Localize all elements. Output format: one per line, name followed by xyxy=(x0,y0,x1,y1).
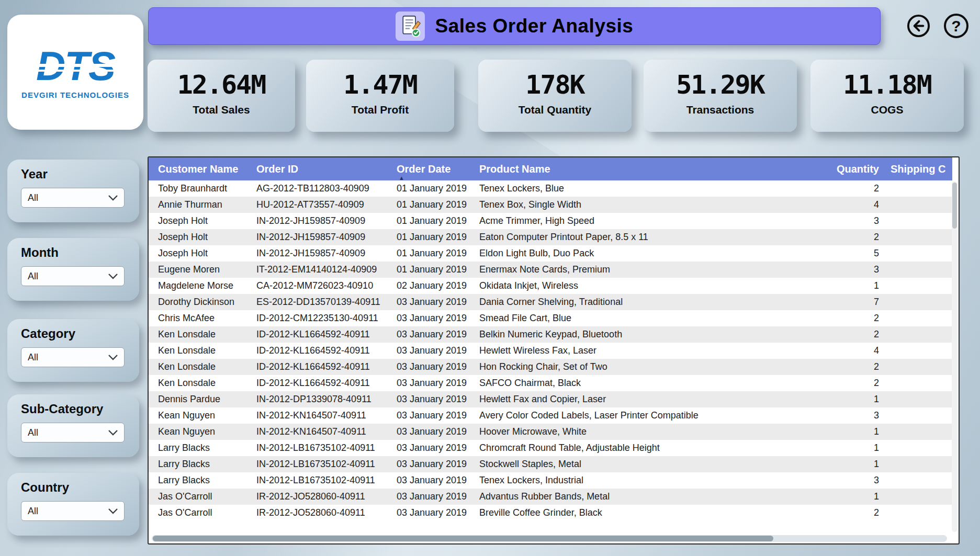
cell-order-date: 01 January 2019 xyxy=(388,262,471,278)
dropdown-value: All xyxy=(28,271,38,282)
back-button[interactable] xyxy=(906,14,931,38)
kpi-value: 178K xyxy=(525,70,584,99)
cell-order-date: 03 January 2019 xyxy=(388,326,471,343)
question-mark-icon: ? xyxy=(951,18,961,34)
table-row[interactable]: Ken LonsdaleID-2012-KL1664592-4091103 Ja… xyxy=(149,375,952,391)
table-row[interactable]: Eugene MorenIT-2012-EM14140124-4090901 J… xyxy=(149,262,952,278)
cell-customer-name: Annie Thurman xyxy=(149,197,248,213)
category-dropdown[interactable]: All xyxy=(21,347,125,367)
table-row[interactable]: Annie ThurmanHU-2012-AT73557-4090901 Jan… xyxy=(149,197,952,213)
cell-order-date: 01 January 2019 xyxy=(388,180,471,197)
kpi-card-total-profit: 1.47M Total Profit xyxy=(306,60,454,132)
country-dropdown[interactable]: All xyxy=(21,501,125,521)
cell-product-name: Tenex Lockers, Industrial xyxy=(471,472,814,489)
cell-customer-name: Kean Nguyen xyxy=(149,424,248,440)
cell-shipping-cost xyxy=(887,326,952,343)
cell-shipping-cost xyxy=(887,424,952,440)
filter-card-category: Category All xyxy=(7,319,139,382)
table-row[interactable]: Kean NguyenIN-2012-KN164507-4091103 Janu… xyxy=(149,407,952,424)
cell-order-id: IR-2012-JO528060-40911 xyxy=(248,505,388,521)
cell-product-name: Hon Rocking Chair, Set of Two xyxy=(471,359,814,375)
table-row[interactable]: Joseph HoltIN-2012-JH159857-4090901 Janu… xyxy=(149,245,952,262)
cell-order-date: 03 January 2019 xyxy=(388,375,471,391)
title-banner: Sales Order Analysis xyxy=(148,7,881,45)
cell-shipping-cost xyxy=(887,375,952,391)
cell-quantity: 1 xyxy=(814,440,887,456)
cell-order-id: IT-2012-EM14140124-40909 xyxy=(248,262,388,278)
chevron-down-icon xyxy=(108,355,118,360)
table-row[interactable]: Larry BlacksIN-2012-LB16735102-4091103 J… xyxy=(149,440,952,456)
table-row[interactable]: Joseph HoltIN-2012-JH159857-4090901 Janu… xyxy=(149,229,952,245)
cell-shipping-cost xyxy=(887,440,952,456)
cell-product-name: Hoover Microwave, White xyxy=(471,424,814,440)
table-row[interactable]: Ken LonsdaleID-2012-KL1664592-4091103 Ja… xyxy=(149,343,952,359)
cell-product-name: Avery Color Coded Labels, Laser Printer … xyxy=(471,407,814,424)
table-row[interactable]: Ken LonsdaleID-2012-KL1664592-4091103 Ja… xyxy=(149,326,952,343)
cell-order-date: 03 January 2019 xyxy=(388,505,471,521)
cell-order-date: 03 January 2019 xyxy=(388,456,471,472)
kpi-value: 11.18M xyxy=(843,70,931,99)
column-header-shipping-cost[interactable]: Shipping C xyxy=(887,157,952,180)
cell-order-id: IN-2012-LB16735102-40911 xyxy=(248,472,388,489)
vertical-scrollbar-thumb[interactable] xyxy=(952,183,957,229)
cell-product-name: Smead File Cart, Blue xyxy=(471,310,814,326)
filter-card-sub-category: Sub-Category All xyxy=(7,394,139,457)
table-row[interactable]: Larry BlacksIN-2012-LB16735102-4091103 J… xyxy=(149,456,952,472)
kpi-label: Transactions xyxy=(686,104,754,116)
page-title: Sales Order Analysis xyxy=(435,15,634,37)
filter-card-year: Year All xyxy=(7,160,139,222)
cell-customer-name: Larry Blacks xyxy=(149,472,248,489)
table-row[interactable]: Chris McAfeeID-2012-CM12235130-4091103 J… xyxy=(149,310,952,326)
column-label: Order Date xyxy=(397,163,450,175)
help-button[interactable]: ? xyxy=(944,14,968,38)
cell-quantity: 2 xyxy=(814,310,887,326)
cell-product-name: Tenex Box, Single Width xyxy=(471,197,814,213)
logo-stripe xyxy=(33,70,118,72)
table-row[interactable]: Ken LonsdaleID-2012-KL1664592-4091103 Ja… xyxy=(149,359,952,375)
cell-product-name: Eaton Computer Printout Paper, 8.5 x 11 xyxy=(471,229,814,245)
cell-order-date: 03 January 2019 xyxy=(388,472,471,489)
table-row[interactable]: Magdelene MorseCA-2012-MM726023-4091002 … xyxy=(149,278,952,294)
cell-customer-name: Joseph Holt xyxy=(149,245,248,262)
table-row[interactable]: Jas O'CarrollIR-2012-JO528060-4091103 Ja… xyxy=(149,489,952,505)
cell-quantity: 1 xyxy=(814,278,887,294)
cell-order-date: 01 January 2019 xyxy=(388,213,471,229)
table-row[interactable]: Larry BlacksIN-2012-LB16735102-4091103 J… xyxy=(149,472,952,489)
cell-product-name: Acme Trimmer, High Speed xyxy=(471,213,814,229)
company-logo: DTS xyxy=(36,46,115,86)
horizontal-scrollbar[interactable] xyxy=(152,535,947,542)
kpi-label: Total Quantity xyxy=(519,104,592,116)
sub-category-dropdown[interactable]: All xyxy=(21,423,125,442)
cell-customer-name: Larry Blacks xyxy=(149,456,248,472)
vertical-scrollbar[interactable] xyxy=(952,181,958,532)
cell-customer-name: Joseph Holt xyxy=(149,229,248,245)
cell-order-id: IN-2012-LB16735102-40911 xyxy=(248,456,388,472)
cell-order-id: ID-2012-KL1664592-40911 xyxy=(248,375,388,391)
cell-order-id: IN-2012-DP1339078-40911 xyxy=(248,391,388,407)
cell-shipping-cost xyxy=(887,278,952,294)
cell-order-id: IN-2012-KN164507-40911 xyxy=(248,407,388,424)
column-header-product-name[interactable]: Product Name xyxy=(471,157,814,180)
table-row[interactable]: Dorothy DickinsonES-2012-DD13570139-4091… xyxy=(149,294,952,310)
table-row[interactable]: Joseph HoltIN-2012-JH159857-4090901 Janu… xyxy=(149,213,952,229)
year-dropdown[interactable]: All xyxy=(21,188,125,208)
table-row[interactable]: Toby BraunhardtAG-2012-TB112803-4090901 … xyxy=(149,180,952,197)
cell-product-name: Breville Coffee Grinder, Black xyxy=(471,505,814,521)
cell-shipping-cost xyxy=(887,456,952,472)
cell-order-id: ES-2012-DD13570139-40911 xyxy=(248,294,388,310)
cell-order-date: 03 January 2019 xyxy=(388,407,471,424)
column-header-customer-name[interactable]: Customer Name xyxy=(149,157,248,180)
table-row[interactable]: Dennis PardueIN-2012-DP1339078-4091103 J… xyxy=(149,391,952,407)
table-row[interactable]: Kean NguyenIN-2012-KN164507-4091103 Janu… xyxy=(149,424,952,440)
cell-order-date: 01 January 2019 xyxy=(388,229,471,245)
column-header-order-date[interactable]: Order Date ▲ xyxy=(388,157,471,180)
month-dropdown[interactable]: All xyxy=(21,266,125,286)
kpi-value: 51.29K xyxy=(676,70,764,99)
horizontal-scrollbar-thumb[interactable] xyxy=(153,536,773,541)
company-logo-card: DTS DEVGIRI TECHNOLOGIES xyxy=(7,15,143,130)
column-header-quantity[interactable]: Quantity xyxy=(814,157,887,180)
cell-shipping-cost xyxy=(887,229,952,245)
cell-customer-name: Magdelene Morse xyxy=(149,278,248,294)
table-row[interactable]: Jas O'CarrollIR-2012-JO528060-4091103 Ja… xyxy=(149,505,952,521)
column-header-order-id[interactable]: Order ID xyxy=(248,157,388,180)
